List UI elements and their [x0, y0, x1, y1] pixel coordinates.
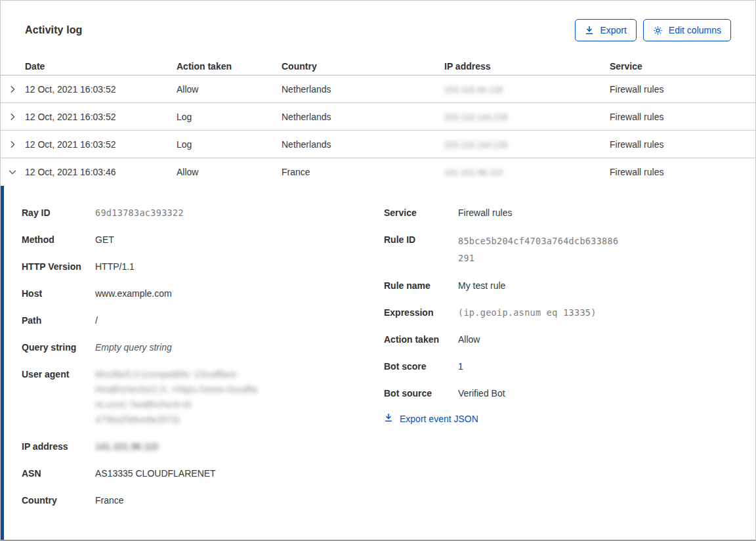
detail-label: Ray ID [22, 206, 95, 221]
edit-columns-button-label: Edit columns [669, 25, 721, 35]
table-row[interactable]: 12 Oct, 2021 16:03:52 Log Netherlands 20… [1, 103, 755, 131]
cell-action-taken: Log [177, 139, 282, 150]
event-details-left-column: Ray ID 69d13783ac393322 Method GET HTTP … [22, 206, 384, 540]
detail-value: Empty query string [95, 340, 172, 355]
event-details-panel: Ray ID 69d13783ac393322 Method GET HTTP … [1, 186, 755, 540]
cell-date: 12 Oct, 2021 16:03:52 [25, 84, 177, 95]
chevron-right-icon[interactable] [1, 140, 25, 149]
column-header-date: Date [25, 61, 177, 72]
detail-row-http-version: HTTP Version HTTP/1.1 [22, 259, 384, 274]
gear-icon [653, 26, 663, 35]
detail-row-bot-score: Bot score 1 [384, 359, 755, 374]
detail-row-ray-id: Ray ID 69d13783ac393322 [22, 206, 384, 221]
toolbar-actions: Export Edit columns [575, 19, 731, 41]
detail-label: Service [384, 206, 458, 221]
detail-value: GET [95, 232, 114, 248]
topbar: Activity log Export Edit columns [1, 1, 755, 41]
cell-service: Firewall rules [610, 84, 755, 95]
detail-value: AS13335 CLOUDFLARENET [95, 466, 216, 481]
detail-value: My test rule [458, 278, 505, 293]
detail-value: (ip.geoip.asnum eq 13335) [458, 305, 597, 320]
cell-ip-address-redacted: 141.101.96.110 [444, 167, 503, 177]
detail-value: Verified Bot [458, 386, 505, 401]
detail-row-country: Country France [22, 493, 384, 508]
chevron-right-icon[interactable] [1, 85, 25, 94]
export-button[interactable]: Export [575, 19, 636, 41]
cell-date: 12 Oct, 2021 16:03:46 [25, 167, 177, 177]
detail-value: 1 [458, 359, 463, 374]
chevron-right-icon[interactable] [1, 112, 25, 121]
column-header-ip-address: IP address [444, 61, 610, 72]
detail-value: Firewall rules [458, 206, 512, 221]
detail-row-rule-name: Rule name My test rule [384, 278, 755, 293]
export-event-json-label: Export event JSON [400, 414, 478, 424]
detail-label: Bot source [384, 386, 458, 401]
detail-value: 69d13783ac393322 [95, 206, 184, 221]
detail-label: Path [22, 313, 95, 328]
detail-label: Expression [384, 305, 458, 320]
cell-action-taken: Allow [177, 167, 282, 177]
table-row[interactable]: 12 Oct, 2021 16:03:52 Log Netherlands 20… [1, 131, 755, 158]
table-header: Date Action taken Country IP address Ser… [1, 57, 755, 76]
column-header-service: Service [610, 61, 755, 72]
page-title: Activity log [25, 24, 82, 36]
detail-row-query-string: Query string Empty query string [22, 340, 384, 355]
detail-label: Rule ID [384, 232, 458, 267]
detail-label: HTTP Version [22, 259, 95, 274]
detail-label: Host [22, 286, 95, 301]
detail-row-ip-address: IP address 141.101.96.110 [22, 439, 384, 454]
detail-label: Query string [22, 340, 95, 355]
cell-country: Netherlands [282, 112, 444, 122]
detail-value: 85bce5b204cf4703a764dcb633886291 [458, 232, 622, 267]
cell-service: Firewall rules [610, 167, 755, 177]
cell-ip-address-redacted: 203.119.144.226 [444, 112, 508, 122]
chevron-down-icon[interactable] [1, 167, 25, 177]
cell-ip-address-redacted: 203.119.144.226 [444, 140, 508, 150]
cell-country: Netherlands [282, 84, 444, 95]
detail-label: IP address [22, 439, 95, 454]
detail-row-expression: Expression (ip.geoip.asnum eq 13335) [384, 305, 755, 320]
cell-action-taken: Log [177, 112, 282, 122]
detail-row-method: Method GET [22, 232, 384, 248]
cell-ip-address-redacted: 203.119.44.226 [444, 85, 503, 95]
cell-country: France [282, 167, 444, 177]
detail-label: Country [22, 493, 95, 508]
cell-service: Firewall rules [610, 139, 755, 150]
detail-value: Allow [458, 332, 480, 347]
download-icon [384, 413, 393, 424]
detail-label: User agent [22, 367, 95, 427]
detail-row-path: Path / [22, 313, 384, 328]
cell-service: Firewall rules [610, 112, 755, 122]
detail-row-asn: ASN AS13335 CLOUDFLARENET [22, 466, 384, 481]
detail-label: Bot score [384, 359, 458, 374]
detail-row-service: Service Firewall rules [384, 206, 755, 221]
table-row[interactable]: 12 Oct, 2021 16:03:52 Allow Netherlands … [1, 76, 755, 103]
export-button-label: Export [600, 25, 626, 35]
edit-columns-button[interactable]: Edit columns [643, 19, 731, 41]
detail-value: HTTP/1.1 [95, 259, 135, 274]
column-header-country: Country [282, 61, 444, 72]
cell-date: 12 Oct, 2021 16:03:52 [25, 139, 177, 150]
export-event-json-link[interactable]: Export event JSON [384, 413, 478, 424]
detail-row-user-agent: User agent Mozilla/5.0 (compatible; Clou… [22, 367, 384, 427]
detail-label: Action taken [384, 332, 458, 347]
detail-row-rule-id: Rule ID 85bce5b204cf4703a764dcb633886291 [384, 232, 755, 267]
detail-value: / [95, 313, 98, 328]
detail-label: ASN [22, 466, 95, 481]
table-row-expanded[interactable]: 12 Oct, 2021 16:03:46 Allow France 141.1… [1, 158, 755, 186]
activity-log-panel: Activity log Export Edit columns Date Ac… [0, 0, 756, 541]
detail-value-redacted: Mozilla/5.0 (compatible; Cloudflare- Hea… [95, 367, 257, 427]
detail-row-host: Host www.example.com [22, 286, 384, 301]
cell-date: 12 Oct, 2021 16:03:52 [25, 112, 177, 122]
detail-value: www.example.com [95, 286, 172, 301]
event-details-right-column: Service Firewall rules Rule ID 85bce5b20… [384, 206, 755, 540]
detail-value: France [95, 493, 124, 508]
detail-value-redacted: 141.101.96.110 [95, 439, 158, 454]
download-icon [585, 26, 594, 35]
detail-row-bot-source: Bot source Verified Bot [384, 386, 755, 401]
cell-country: Netherlands [282, 139, 444, 150]
detail-label: Method [22, 232, 95, 248]
detail-label: Rule name [384, 278, 458, 293]
column-header-action-taken: Action taken [177, 61, 282, 72]
cell-action-taken: Allow [177, 84, 282, 95]
